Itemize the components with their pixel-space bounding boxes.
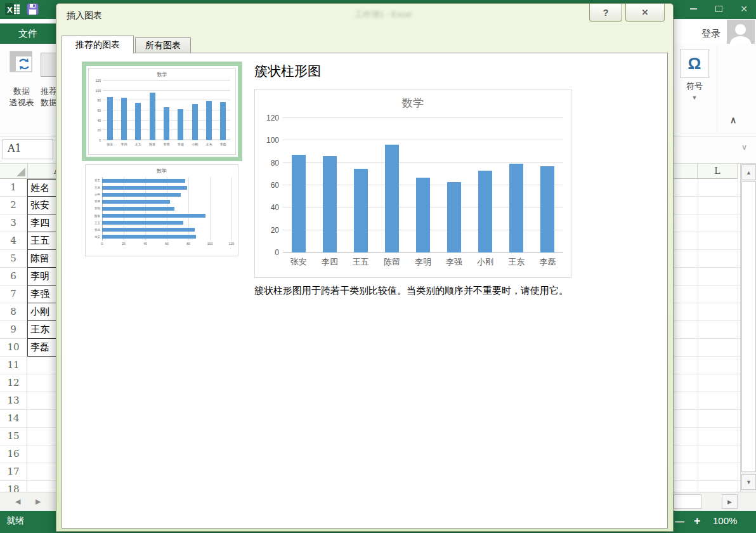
dialog-help-button[interactable]: ? <box>589 4 622 22</box>
table-row[interactable] <box>674 197 740 214</box>
row-header[interactable]: 17 <box>0 463 27 481</box>
table-row[interactable] <box>674 392 740 410</box>
row-header[interactable]: 15 <box>0 428 27 445</box>
table-row[interactable] <box>674 410 740 428</box>
bar[interactable] <box>540 166 554 253</box>
bar[interactable] <box>102 200 170 204</box>
vertical-scroll-thumb[interactable] <box>741 181 756 472</box>
bar[interactable] <box>192 104 198 140</box>
window-close-button[interactable]: ✕ <box>736 2 752 16</box>
sign-in-link[interactable]: 登录 <box>701 28 720 40</box>
table-row[interactable] <box>674 232 740 250</box>
table-row[interactable] <box>674 179 740 197</box>
bar[interactable] <box>447 182 461 253</box>
row-header[interactable]: 4 <box>0 232 27 250</box>
bar[interactable] <box>220 102 226 140</box>
bar[interactable] <box>102 193 181 197</box>
row-header[interactable]: 3 <box>0 214 27 232</box>
save-icon[interactable] <box>27 3 39 16</box>
horizontal-scroll-thumb[interactable] <box>674 494 701 509</box>
bar[interactable] <box>206 101 212 140</box>
select-all-corner[interactable] <box>0 164 28 179</box>
bar[interactable] <box>478 171 492 253</box>
table-row[interactable] <box>674 286 740 303</box>
bar[interactable] <box>150 93 155 140</box>
row-header[interactable]: 10 <box>0 339 27 357</box>
bar[interactable] <box>292 155 306 253</box>
table-row[interactable] <box>674 374 740 392</box>
table-row[interactable] <box>674 250 740 268</box>
bar[interactable] <box>121 98 127 140</box>
bar[interactable] <box>102 221 183 225</box>
table-row[interactable] <box>674 481 740 492</box>
row-header[interactable]: 16 <box>0 445 27 463</box>
row-header[interactable]: 6 <box>0 268 27 286</box>
table-row[interactable] <box>674 463 740 481</box>
bar[interactable] <box>102 214 205 218</box>
bar[interactable] <box>354 169 368 253</box>
row-header[interactable]: 7 <box>0 286 27 303</box>
scroll-right-icon[interactable]: ▶ <box>722 494 738 509</box>
collapse-ribbon-icon[interactable]: ∧ <box>720 115 746 125</box>
bar[interactable] <box>385 145 399 253</box>
bar[interactable] <box>135 103 141 140</box>
table-row[interactable] <box>674 445 740 463</box>
scroll-up-icon[interactable]: ▲ <box>741 164 756 180</box>
row-header[interactable]: 9 <box>0 321 27 339</box>
bar[interactable] <box>102 207 174 211</box>
tab-file[interactable]: 文件 <box>0 23 56 44</box>
excel-window: X ▲ ✕ 登录 文件 <box>0 0 756 533</box>
row-header[interactable]: 11 <box>0 357 27 374</box>
name-box[interactable]: A1 <box>3 139 53 159</box>
zoom-out-button[interactable]: — <box>675 516 684 527</box>
table-row[interactable] <box>674 303 740 321</box>
bar-slot <box>102 177 231 184</box>
minimize-button[interactable] <box>685 2 701 16</box>
row-header[interactable]: 5 <box>0 250 27 268</box>
table-row[interactable] <box>674 357 740 374</box>
bar[interactable] <box>178 109 183 140</box>
zoom-in-button[interactable]: + <box>694 515 701 528</box>
vertical-scrollbar[interactable]: ▲ ▼ <box>740 164 756 492</box>
symbol-button[interactable]: Ω <box>680 49 709 78</box>
row-header[interactable]: 8 <box>0 303 27 321</box>
column-header-l[interactable]: L <box>698 164 738 179</box>
sheet-nav-left-icon[interactable]: ◀ <box>15 497 20 506</box>
column-headers-right: L <box>674 164 740 179</box>
bar[interactable] <box>509 164 523 253</box>
pivot-table-button[interactable]: 数据透视表 <box>4 50 39 129</box>
bar[interactable] <box>416 178 430 253</box>
horizontal-scrollbar[interactable]: ▶ <box>674 492 756 511</box>
row-header[interactable]: 1 <box>0 179 27 197</box>
bar[interactable] <box>102 186 187 190</box>
row-header[interactable]: 13 <box>0 392 27 410</box>
table-row[interactable] <box>674 428 740 445</box>
bar[interactable] <box>102 228 195 232</box>
row-header[interactable]: 2 <box>0 197 27 214</box>
maximize-button[interactable] <box>710 2 727 16</box>
bar[interactable] <box>323 156 337 253</box>
bar[interactable] <box>102 179 185 183</box>
formula-bar-expand-icon[interactable]: ∨ <box>741 143 747 152</box>
table-row[interactable] <box>674 214 740 232</box>
sheet-nav-right-icon[interactable]: ▶ <box>36 497 41 506</box>
bar[interactable] <box>102 235 196 239</box>
table-row[interactable] <box>674 321 740 339</box>
dialog-close-button[interactable]: ✕ <box>625 4 665 22</box>
bar[interactable] <box>107 97 113 140</box>
row-header[interactable]: 18 <box>0 481 27 492</box>
bar[interactable] <box>164 107 169 140</box>
thumbnail-clustered-column-selected[interactable]: 数学020406080100120张安李四王五陈留李明李强小刚王东李磊 <box>82 62 242 161</box>
row-header[interactable]: 14 <box>0 410 27 428</box>
scroll-down-icon[interactable]: ▼ <box>741 474 756 490</box>
zoom-level[interactable]: 100% <box>713 515 737 526</box>
thumbnail-clustered-bar[interactable]: 数学李磊王东小刚李强李明陈留王五李四张安020406080100120 <box>85 164 238 256</box>
tab-recommended-charts[interactable]: 推荐的图表 <box>62 36 134 53</box>
symbol-dropdown-icon[interactable]: ▼ <box>680 95 709 101</box>
row-header[interactable]: 12 <box>0 374 27 392</box>
column-header-partial[interactable] <box>674 164 698 179</box>
table-row[interactable] <box>674 339 740 357</box>
tab-all-charts[interactable]: 所有图表 <box>135 37 191 53</box>
recommended-pivot-tables-button[interactable]: 推荐的数据透视表 <box>41 50 56 129</box>
table-row[interactable] <box>674 268 740 286</box>
